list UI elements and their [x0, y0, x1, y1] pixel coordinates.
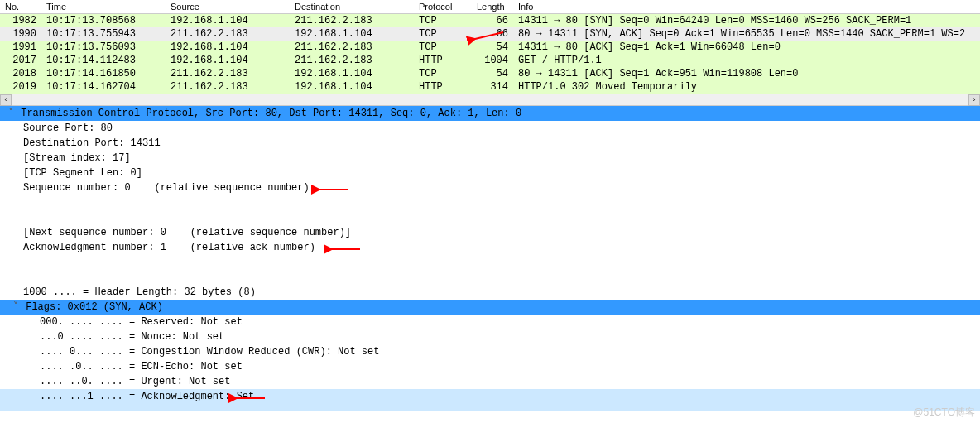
cell-time: 10:17:13.756093: [41, 41, 166, 54]
destination-port-line[interactable]: Destination Port: 14311: [0, 136, 980, 151]
packet-row[interactable]: 198210:17:13.708568192.168.1.104211.162.…: [0, 14, 980, 28]
cell-no: 2017: [0, 54, 41, 67]
cell-len: 66: [472, 27, 513, 41]
col-header-no[interactable]: No.: [0, 0, 41, 14]
source-port-line[interactable]: Source Port: 80: [0, 121, 980, 136]
packet-list-hscrollbar[interactable]: ‹ ›: [0, 94, 980, 105]
cell-src: 211.162.2.183: [166, 67, 290, 80]
tcp-header-line[interactable]: ˅ Transmission Control Protocol, Src Por…: [0, 106, 980, 121]
flag-ack-text: .... ...1 .... = Acknowledgment: Set: [40, 391, 254, 402]
packet-row[interactable]: 199010:17:13.755943211.162.2.183192.168.…: [0, 27, 980, 41]
col-header-source[interactable]: Source: [166, 0, 290, 14]
cell-no: 1990: [0, 27, 41, 41]
flags-header-line[interactable]: ˅ Flags: 0x012 (SYN, ACK): [0, 300, 980, 315]
flag-reserved-line[interactable]: 000. .... .... = Reserved: Not set: [0, 315, 980, 329]
cell-dst: 192.168.1.104: [290, 67, 414, 80]
header-length-line[interactable]: 1000 .... = Header Length: 32 bytes (8): [0, 285, 980, 300]
cell-info: HTTP/1.0 302 Moved Temporarily: [513, 80, 980, 94]
expander-icon[interactable]: ˅: [12, 300, 20, 315]
cell-src: 192.168.1.104: [166, 54, 290, 67]
packet-details-pane[interactable]: ˅ Transmission Control Protocol, Src Por…: [0, 105, 980, 411]
packet-row[interactable]: 201710:17:14.112483192.168.1.104211.162.…: [0, 54, 980, 67]
cell-no: 2018: [0, 67, 41, 80]
cell-proto: HTTP: [414, 54, 472, 67]
col-header-length[interactable]: Length: [472, 0, 513, 14]
packet-row[interactable]: 199110:17:13.756093192.168.1.104211.162.…: [0, 41, 980, 54]
flag-cwr-line[interactable]: .... 0... .... = Congestion Window Reduc…: [0, 344, 980, 359]
cell-src: 192.168.1.104: [166, 41, 290, 54]
cell-src: 211.162.2.183: [166, 27, 290, 41]
annotation-arrow-icon: [315, 184, 348, 192]
flag-ecn-line[interactable]: .... .0.. .... = ECN-Echo: Not set: [0, 359, 980, 374]
expander-icon[interactable]: ˅: [7, 106, 15, 121]
cell-no: 1982: [0, 14, 41, 28]
cell-proto: TCP: [414, 14, 472, 28]
flag-ack-line[interactable]: .... ...1 .... = Acknowledgment: Set: [0, 389, 980, 411]
cell-time: 10:17:13.708568: [41, 14, 166, 28]
cell-src: 192.168.1.104: [166, 14, 290, 28]
cell-dst: 211.162.2.183: [290, 41, 414, 54]
cell-dst: 211.162.2.183: [290, 54, 414, 67]
cell-dst: 192.168.1.104: [290, 27, 414, 41]
watermark-text: @51CTO博客: [913, 406, 975, 420]
col-header-destination[interactable]: Destination: [290, 0, 414, 14]
cell-proto: HTTP: [414, 80, 472, 94]
cell-dst: 211.162.2.183: [290, 14, 414, 28]
ack-number-text: Acknowledgment number: 1 (relative ack n…: [23, 242, 315, 253]
scroll-right-icon[interactable]: ›: [968, 94, 980, 106]
flags-header-text: Flags: 0x012 (SYN, ACK): [26, 301, 163, 313]
cell-len: 54: [472, 67, 513, 80]
cell-proto: TCP: [414, 27, 472, 41]
packet-row[interactable]: 201810:17:14.161850211.162.2.183192.168.…: [0, 67, 980, 80]
tcp-header-text: Transmission Control Protocol, Src Port:…: [21, 108, 521, 119]
cell-len: 54: [472, 41, 513, 54]
cell-len: 314: [472, 80, 513, 94]
cell-proto: TCP: [414, 67, 472, 80]
cell-info: GET / HTTP/1.1: [513, 54, 980, 67]
col-header-protocol[interactable]: Protocol: [414, 0, 472, 14]
cell-dst: 192.168.1.104: [290, 80, 414, 94]
cell-info: 14311 → 80 [SYN] Seq=0 Win=64240 Len=0 M…: [513, 14, 980, 28]
ack-number-line[interactable]: Acknowledgment number: 1 (relative ack n…: [0, 240, 980, 285]
cell-info: 80 → 14311 [ACK] Seq=1 Ack=951 Win=11980…: [513, 67, 980, 80]
cell-time: 10:17:13.755943: [41, 27, 166, 41]
scroll-left-icon[interactable]: ‹: [0, 94, 12, 106]
cell-no: 1991: [0, 41, 41, 54]
cell-time: 10:17:14.112483: [41, 54, 166, 67]
annotation-arrow-icon: [327, 243, 360, 252]
flag-urgent-line[interactable]: .... ..0. .... = Urgent: Not set: [0, 374, 980, 389]
sequence-number-text: Sequence number: 0 (relative sequence nu…: [23, 182, 310, 194]
cell-time: 10:17:14.162704: [41, 80, 166, 94]
col-header-time[interactable]: Time: [41, 0, 166, 14]
cell-info: 80 → 14311 [SYN, ACK] Seq=0 Ack=1 Win=65…: [513, 27, 980, 41]
cell-time: 10:17:14.161850: [41, 67, 166, 80]
cell-no: 2019: [0, 80, 41, 94]
flag-nonce-line[interactable]: ...0 .... .... = Nonce: Not set: [0, 329, 980, 344]
stream-index-line[interactable]: [Stream index: 17]: [0, 151, 980, 166]
col-header-info[interactable]: Info: [513, 0, 980, 14]
cell-len: 1004: [472, 54, 513, 67]
tcp-segment-len-line[interactable]: [TCP Segment Len: 0]: [0, 166, 980, 180]
next-sequence-number-line[interactable]: [Next sequence number: 0 (relative seque…: [0, 225, 980, 240]
packet-list-table[interactable]: No. Time Source Destination Protocol Len…: [0, 0, 980, 94]
cell-info: 14311 → 80 [ACK] Seq=1 Ack=1 Win=66048 L…: [513, 41, 980, 54]
cell-src: 211.162.2.183: [166, 80, 290, 94]
packet-row[interactable]: 201910:17:14.162704211.162.2.183192.168.…: [0, 80, 980, 94]
sequence-number-line[interactable]: Sequence number: 0 (relative sequence nu…: [0, 180, 980, 225]
cell-len: 66: [472, 14, 513, 28]
packet-list-header-row: No. Time Source Destination Protocol Len…: [0, 0, 980, 14]
cell-proto: TCP: [414, 41, 472, 54]
